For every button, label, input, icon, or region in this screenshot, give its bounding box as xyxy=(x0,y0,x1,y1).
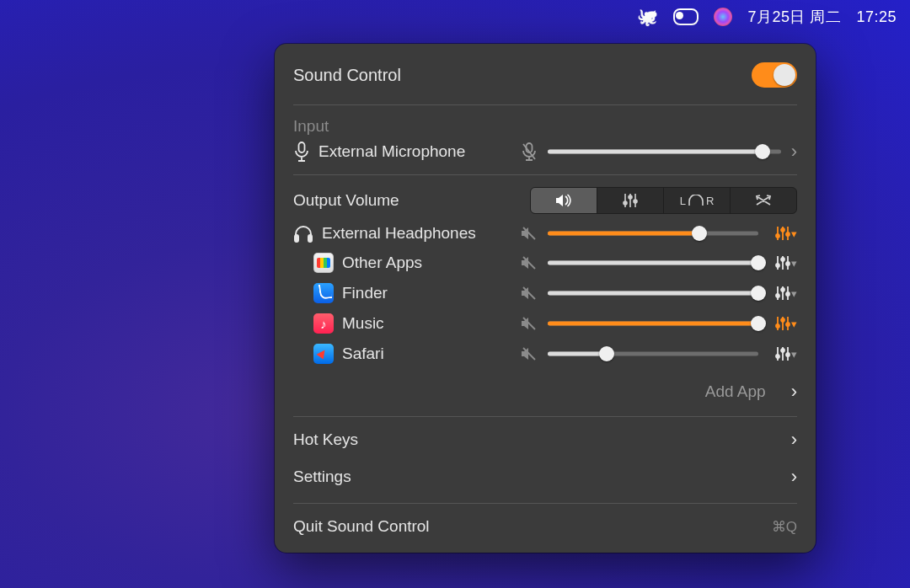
app-mute-icon[interactable] xyxy=(521,286,538,301)
svg-point-8 xyxy=(634,200,637,203)
svg-point-4 xyxy=(624,201,627,205)
app-eq-caret-icon[interactable]: ▾ xyxy=(791,318,797,330)
quit-shortcut: ⌘Q xyxy=(772,518,797,536)
app-eq-icon[interactable] xyxy=(775,286,790,301)
menubar-time[interactable]: 17:25 xyxy=(856,8,897,26)
svg-point-6 xyxy=(629,195,632,199)
music-app-icon xyxy=(313,313,334,334)
quit-row[interactable]: Quit Sound Control ⌘Q xyxy=(293,504,797,553)
panel-title: Sound Control xyxy=(293,66,401,85)
output-mode-segment: L R xyxy=(530,187,797,214)
svg-point-45 xyxy=(786,353,790,356)
input-section-label: Input xyxy=(293,105,797,136)
balance-r-label: R xyxy=(706,195,714,207)
app-row: Safari▾ xyxy=(293,339,797,369)
svg-point-31 xyxy=(786,292,790,296)
app-volume-slider[interactable] xyxy=(548,254,758,271)
app-name: Other Apps xyxy=(342,254,422,272)
output-eq-caret-icon[interactable]: ▾ xyxy=(791,227,797,240)
app-eq-icon[interactable] xyxy=(775,346,790,361)
output-app-list: Other Apps▾Finder▾Music▾Safari▾ xyxy=(293,248,797,372)
hotkeys-label: Hot Keys xyxy=(293,430,358,449)
app-name: Safari xyxy=(342,345,384,363)
hotkeys-row[interactable]: Hot Keys › xyxy=(293,417,797,462)
app-volume-slider[interactable] xyxy=(548,315,758,332)
master-toggle[interactable] xyxy=(752,62,797,88)
output-section-label: Output Volume xyxy=(293,191,399,210)
safari-app-icon xyxy=(313,344,334,364)
app-mute-icon[interactable] xyxy=(521,316,538,331)
segment-balance[interactable]: L R xyxy=(664,188,731,213)
add-app-button[interactable]: Add App xyxy=(705,382,766,401)
app-row: Other Apps▾ xyxy=(293,248,797,278)
svg-point-15 xyxy=(781,228,784,232)
svg-point-36 xyxy=(781,318,784,322)
control-center-icon[interactable] xyxy=(673,8,699,25)
output-mute-icon[interactable] xyxy=(521,226,538,241)
settings-label: Settings xyxy=(293,468,351,486)
settings-row[interactable]: Settings › xyxy=(293,462,797,503)
svg-point-41 xyxy=(776,355,779,358)
menubar: 🐙 7月25日 周二 17:25 xyxy=(624,0,910,34)
output-eq-icon[interactable] xyxy=(775,226,790,241)
input-device-name: External Microphone xyxy=(318,142,465,161)
app-mute-icon[interactable] xyxy=(521,346,538,361)
svg-rect-10 xyxy=(308,235,312,242)
balance-l-label: L xyxy=(680,195,686,207)
app-row: Music▾ xyxy=(293,308,797,339)
app-volume-slider[interactable] xyxy=(548,345,758,362)
svg-point-27 xyxy=(776,294,779,297)
siri-icon[interactable] xyxy=(714,8,732,26)
svg-point-38 xyxy=(786,323,790,326)
segment-volume[interactable] xyxy=(531,188,597,213)
svg-point-13 xyxy=(776,234,779,238)
svg-point-24 xyxy=(786,262,790,265)
app-eq-icon[interactable] xyxy=(775,255,790,270)
output-volume-slider[interactable] xyxy=(548,225,758,242)
chevron-right-icon: › xyxy=(791,429,797,451)
other-app-icon xyxy=(313,253,334,273)
finder-app-icon xyxy=(313,283,334,303)
segment-routing[interactable] xyxy=(731,188,796,213)
svg-rect-0 xyxy=(299,142,305,152)
quit-label: Quit Sound Control xyxy=(293,517,430,536)
svg-point-17 xyxy=(786,233,790,236)
svg-point-34 xyxy=(776,324,779,328)
svg-rect-9 xyxy=(295,235,298,242)
app-mute-icon[interactable] xyxy=(521,255,538,270)
app-volume-slider[interactable] xyxy=(548,285,758,302)
sound-control-panel: Sound Control Input External Microphone xyxy=(275,44,816,553)
input-volume-slider[interactable] xyxy=(548,143,781,160)
output-device-name: External Headphones xyxy=(322,224,476,243)
mic-mute-icon[interactable] xyxy=(521,142,538,161)
app-eq-caret-icon[interactable]: ▾ xyxy=(791,257,797,270)
svg-point-29 xyxy=(781,288,784,291)
app-name: Music xyxy=(342,314,384,333)
add-app-chevron-icon[interactable]: › xyxy=(791,381,797,403)
desktop: 🐙 7月25日 周二 17:25 Sound Control Input Ext… xyxy=(0,0,910,588)
app-eq-caret-icon[interactable]: ▾ xyxy=(791,287,797,300)
octopus-menu-icon[interactable]: 🐙 xyxy=(637,7,658,27)
app-eq-caret-icon[interactable]: ▾ xyxy=(791,348,797,361)
microphone-icon xyxy=(293,142,310,162)
menubar-date[interactable]: 7月25日 周二 xyxy=(747,7,841,27)
input-disclosure-icon[interactable]: › xyxy=(791,141,797,163)
segment-eq[interactable] xyxy=(597,188,664,213)
svg-point-43 xyxy=(781,349,784,352)
chevron-right-icon: › xyxy=(791,466,797,488)
svg-point-22 xyxy=(781,258,784,261)
app-row: Finder▾ xyxy=(293,278,797,308)
headphones-icon xyxy=(293,224,313,243)
svg-point-20 xyxy=(776,264,779,267)
app-eq-icon[interactable] xyxy=(775,316,790,331)
app-name: Finder xyxy=(342,284,388,302)
